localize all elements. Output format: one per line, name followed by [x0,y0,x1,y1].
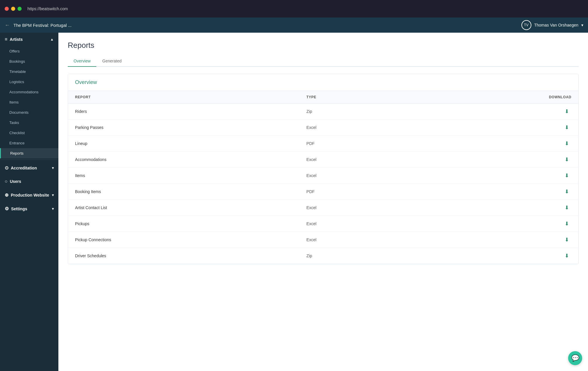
col-header-download: DOWNLOAD [410,91,578,104]
sidebar-item-offers[interactable]: Offers [0,46,58,56]
tab-overview[interactable]: Overview [68,56,96,67]
cell-download: ⬇ [410,200,578,216]
navbar-right: TV Thomas Van Orshaegen ▾ [521,20,584,30]
sidebar-users-section[interactable]: ○ Users [0,175,58,188]
download-button[interactable]: ⬇ [562,252,571,260]
minimize-button[interactable] [11,7,15,11]
download-button[interactable]: ⬇ [562,156,571,163]
sidebar-settings-section[interactable]: ⚙ Settings ▾ [0,202,58,216]
artists-icon: ≡ [5,37,7,42]
page-title: Reports [68,41,579,50]
cell-report-type: Excel [300,200,410,216]
tab-generated[interactable]: Generated [96,56,127,67]
reports-table: REPORT TYPE DOWNLOAD Riders Zip ⬇ Parkin… [68,91,578,264]
table-row: Accommodations Excel ⬇ [68,152,578,168]
tabs-bar: Overview Generated [68,56,579,67]
cell-report-type: Zip [300,104,410,120]
cell-report-type: Zip [300,248,410,264]
settings-chevron-icon: ▾ [52,207,54,211]
artists-chevron-icon: ▲ [50,37,54,41]
table-row: Booking Items PDF ⬇ [68,184,578,200]
table-row: Items Excel ⬇ [68,168,578,184]
table-row: Artist Contact List Excel ⬇ [68,200,578,216]
sidebar-item-items[interactable]: Items [0,97,58,107]
table-row: Riders Zip ⬇ [68,104,578,120]
chat-bubble[interactable]: 💬 [568,351,582,365]
sidebar-artists-label: Artists [10,37,22,42]
cell-report-name: Pickup Connections [68,232,300,248]
cell-report-name: Booking Items [68,184,300,200]
users-icon: ○ [5,179,8,184]
cell-report-type: Excel [300,232,410,248]
festival-title: The BPM Festival: Portugal ... [13,23,72,28]
sidebar-settings-label: Settings [11,206,27,211]
navbar: ← The BPM Festival: Portugal ... TV Thom… [0,18,588,33]
user-chevron-icon: ▾ [581,23,583,27]
titlebar: https://beatswitch.com [0,0,588,18]
sidebar-item-tasks[interactable]: Tasks [0,118,58,128]
cell-download: ⬇ [410,232,578,248]
navbar-left: ← The BPM Festival: Portugal ... [5,22,72,28]
cell-download: ⬇ [410,120,578,136]
cell-report-name: Accommodations [68,152,300,168]
table-row: Pickups Excel ⬇ [68,216,578,232]
sidebar-item-reports[interactable]: Reports [0,148,58,158]
cell-report-type: PDF [300,136,410,152]
overview-card: Overview REPORT TYPE DOWNLOAD Riders Zip… [68,74,579,264]
cell-report-name: Pickups [68,216,300,232]
sidebar-users-label: Users [10,179,21,184]
url-bar: https://beatswitch.com [27,6,68,11]
back-button[interactable]: ← [5,22,10,28]
cell-download: ⬇ [410,248,578,264]
sidebar-artists-section[interactable]: ≡ Artists ▲ [0,33,58,46]
sidebar-production-section[interactable]: ⊕ Production Website ▾ [0,188,58,202]
cell-report-name: Items [68,168,300,184]
accreditation-chevron-icon: ▾ [52,166,54,170]
sidebar-item-bookings[interactable]: Bookings [0,56,58,66]
cell-download: ⬇ [410,168,578,184]
overview-card-title: Overview [68,74,578,91]
cell-report-name: Parking Passes [68,120,300,136]
close-button[interactable] [5,7,9,11]
production-icon: ⊕ [5,192,8,198]
app-layout: ≡ Artists ▲ Offers Bookings Timetable Lo… [0,33,588,371]
download-button[interactable]: ⬇ [562,204,571,211]
download-button[interactable]: ⬇ [562,124,571,131]
download-button[interactable]: ⬇ [562,220,571,228]
cell-report-name: Driver Schedules [68,248,300,264]
settings-icon: ⚙ [5,206,9,211]
cell-download: ⬇ [410,184,578,200]
avatar: TV [521,20,531,30]
cell-report-name: Lineup [68,136,300,152]
traffic-lights [5,7,22,11]
download-button[interactable]: ⬇ [562,188,571,195]
sidebar: ≡ Artists ▲ Offers Bookings Timetable Lo… [0,33,58,371]
table-header-row: REPORT TYPE DOWNLOAD [68,91,578,104]
sidebar-production-label: Production Website [11,193,49,197]
download-button[interactable]: ⬇ [562,172,571,179]
sidebar-item-checklist[interactable]: Checklist [0,128,58,138]
cell-report-type: Excel [300,152,410,168]
download-button[interactable]: ⬇ [562,236,571,244]
col-header-report: REPORT [68,91,300,104]
table-row: Pickup Connections Excel ⬇ [68,232,578,248]
accreditation-icon: ⊙ [5,165,8,171]
sidebar-item-timetable[interactable]: Timetable [0,66,58,77]
maximize-button[interactable] [18,7,22,11]
cell-download: ⬇ [410,216,578,232]
download-button[interactable]: ⬇ [562,140,571,147]
sidebar-accreditation-label: Accreditation [11,166,37,170]
sidebar-item-documents[interactable]: Documents [0,107,58,118]
sidebar-accreditation-section[interactable]: ⊙ Accreditation ▾ [0,161,58,175]
table-row: Lineup PDF ⬇ [68,136,578,152]
cell-download: ⬇ [410,136,578,152]
user-name: Thomas Van Orshaegen [534,23,579,27]
cell-report-type: PDF [300,184,410,200]
sidebar-item-entrance[interactable]: Entrance [0,138,58,148]
download-button[interactable]: ⬇ [562,108,571,115]
sidebar-item-accommodations[interactable]: Accommodations [0,87,58,97]
col-header-type: TYPE [300,91,410,104]
cell-report-type: Excel [300,168,410,184]
sidebar-item-logistics[interactable]: Logistics [0,77,58,87]
cell-download: ⬇ [410,152,578,168]
